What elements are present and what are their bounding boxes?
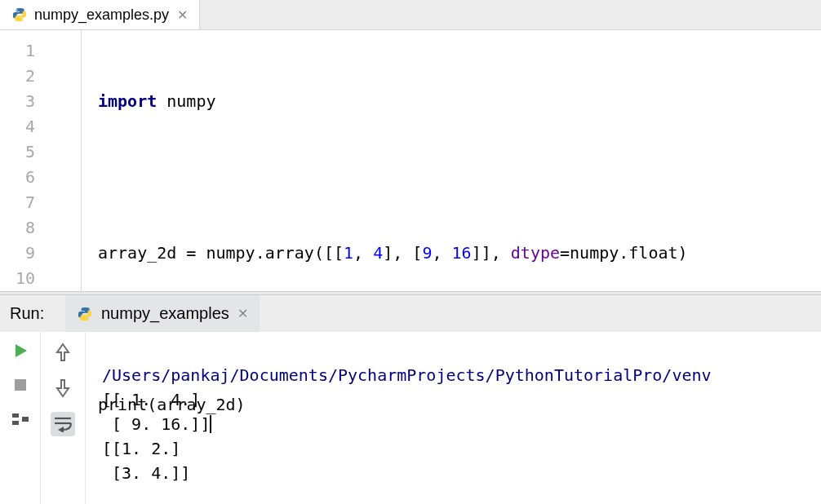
close-icon[interactable]: ✕ <box>237 306 248 321</box>
console-line: [ 9. 16.]] <box>102 414 210 434</box>
text-cursor <box>210 415 211 433</box>
code-area[interactable]: import numpy array_2d = numpy.array([[1,… <box>82 30 821 291</box>
editor-tab-filename: numpy_examples.py <box>34 7 169 24</box>
editor-tab-bar: numpy_examples.py ✕ <box>0 0 821 30</box>
console-line: [[1. 2.] <box>102 439 180 458</box>
code-text: ], [ <box>383 243 422 263</box>
scroll-down-icon[interactable] <box>51 376 75 400</box>
line-number: 8 <box>0 215 35 241</box>
line-number: 4 <box>0 114 35 139</box>
console-line: [[ 1. 4.] <box>102 390 200 409</box>
svg-marker-2 <box>16 344 27 357</box>
code-text: , <box>432 243 451 263</box>
code-text: =numpy.float) <box>560 243 688 263</box>
number: 16 <box>452 243 472 263</box>
svg-rect-5 <box>12 421 19 425</box>
code-text: , <box>353 243 373 263</box>
run-output-toolbar <box>41 332 86 504</box>
python-run-icon <box>77 306 93 322</box>
svg-rect-3 <box>15 379 26 391</box>
keyword: import <box>98 91 157 111</box>
line-number: 7 <box>0 190 35 215</box>
svg-rect-6 <box>22 417 29 422</box>
layout-button[interactable] <box>10 409 31 430</box>
close-icon[interactable]: ✕ <box>175 7 189 23</box>
console-line: [3. 4.]] <box>102 463 190 483</box>
run-panel-label: Run: <box>0 295 65 332</box>
rerun-button[interactable] <box>10 340 31 361</box>
run-tab[interactable]: numpy_examples ✕ <box>65 295 260 332</box>
svg-marker-9 <box>58 427 64 432</box>
line-number: 5 <box>0 139 35 165</box>
line-number: 10 <box>0 266 35 291</box>
code-text: numpy <box>157 91 215 111</box>
console-path: /Users/pankaj/Documents/PycharmProjects/… <box>102 365 712 385</box>
svg-rect-4 <box>12 413 19 418</box>
code-text: array_2d = numpy.array([[ <box>98 243 344 263</box>
code-editor[interactable]: 1 2 3 4 5 6 7 8 9 10 import numpy array_… <box>0 30 821 291</box>
line-number: 3 <box>0 89 35 114</box>
number: 1 <box>344 243 353 263</box>
run-tab-name: numpy_examples <box>101 304 229 323</box>
code-text: ]], <box>472 243 511 263</box>
scroll-up-icon[interactable] <box>51 340 75 365</box>
line-number: 9 <box>0 241 35 266</box>
number: 4 <box>373 243 383 263</box>
console-output[interactable]: /Users/pankaj/Documents/PycharmProjects/… <box>86 332 821 504</box>
run-action-bar <box>0 332 41 504</box>
svg-point-0 <box>16 10 18 11</box>
line-number: 1 <box>0 38 35 64</box>
line-gutter: 1 2 3 4 5 6 7 8 9 10 <box>0 30 45 291</box>
kwarg: dtype <box>511 243 560 263</box>
run-toolwindow-body: /Users/pankaj/Documents/PycharmProjects/… <box>0 332 821 504</box>
soft-wrap-icon[interactable] <box>51 412 75 436</box>
line-number: 6 <box>0 165 35 190</box>
stop-button[interactable] <box>10 374 31 396</box>
gutter-fold-region <box>45 30 82 291</box>
python-file-icon <box>11 7 28 23</box>
svg-point-1 <box>21 19 23 20</box>
line-number: 2 <box>0 64 35 89</box>
number: 9 <box>422 243 432 263</box>
editor-tab[interactable]: numpy_examples.py ✕ <box>0 0 200 29</box>
